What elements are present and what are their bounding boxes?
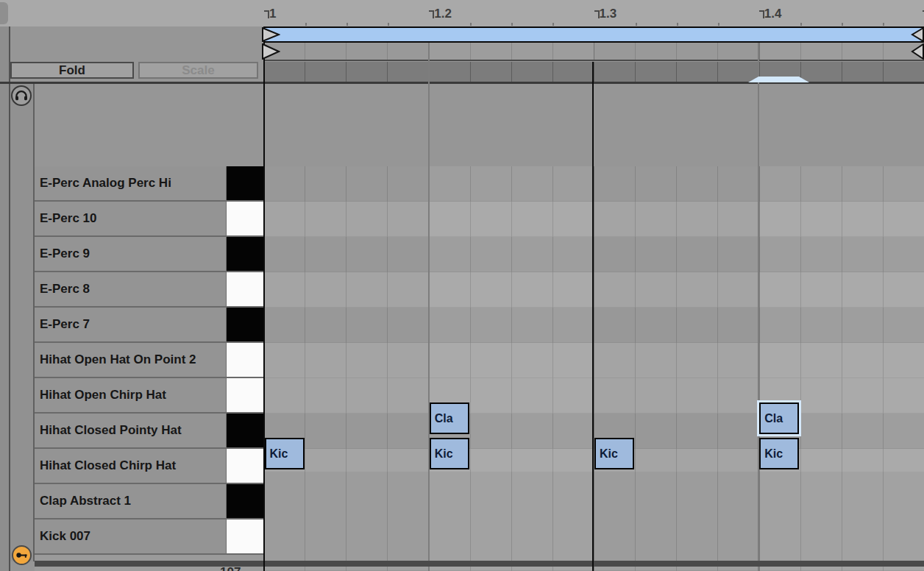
ruler-sixteenth-tick xyxy=(842,23,843,26)
piano-key-cell[interactable] xyxy=(226,272,264,308)
key-scale-button[interactable] xyxy=(12,545,32,565)
grid-cell xyxy=(842,202,883,237)
grid-empty-area[interactable] xyxy=(264,472,924,561)
track-row[interactable]: E-Perc Analog Perc Hi xyxy=(35,166,924,202)
grid-cell xyxy=(264,237,305,272)
piano-key-cell[interactable] xyxy=(226,484,264,519)
grid-cell xyxy=(842,237,883,272)
piano-key-cell[interactable] xyxy=(226,343,264,378)
track-row-label[interactable]: Hihat Open Hat On Point 2 xyxy=(35,343,226,378)
track-row[interactable]: Hihat Open Hat On Point 2 xyxy=(35,343,924,378)
grid-cell xyxy=(429,343,470,378)
grid-cell xyxy=(842,62,883,82)
track-row-label[interactable]: E-Perc 9 xyxy=(35,237,226,272)
loop-end-marker[interactable] xyxy=(911,27,924,42)
track-row[interactable]: E-Perc 7 xyxy=(35,308,924,343)
piano-key-cell[interactable] xyxy=(226,202,264,237)
marker-lane[interactable] xyxy=(264,43,924,61)
grid-cell xyxy=(346,343,387,378)
grid-cell xyxy=(470,62,511,82)
grid-row[interactable] xyxy=(264,237,924,272)
scale-button[interactable]: Scale xyxy=(138,62,258,79)
grid-cell xyxy=(883,378,924,414)
track-row[interactable]: E-Perc 10 xyxy=(35,202,924,237)
grid-cell xyxy=(883,308,924,343)
grid-cell xyxy=(470,472,511,561)
piano-key-cell[interactable] xyxy=(226,449,264,484)
grid-row[interactable] xyxy=(264,166,924,202)
grid-cell xyxy=(594,308,635,343)
grid-cell xyxy=(511,414,552,449)
grid-cell xyxy=(552,414,594,449)
track-row-label[interactable]: Hihat Open Chirp Hat xyxy=(35,378,226,414)
grid-row[interactable] xyxy=(264,272,924,308)
grid-cell xyxy=(759,166,800,202)
grid-cell xyxy=(511,43,552,60)
loop-bar[interactable] xyxy=(264,26,924,43)
track-row-label[interactable]: E-Perc Analog Perc Hi xyxy=(35,166,226,202)
midi-note[interactable]: Kic xyxy=(430,438,469,469)
midi-note[interactable]: Cla xyxy=(430,402,469,434)
scrub-area[interactable] xyxy=(264,62,924,82)
beat-ruler[interactable]: 11.21.31.4 xyxy=(0,0,924,26)
grid-row[interactable] xyxy=(264,202,924,237)
beat-line xyxy=(758,43,759,571)
track-row-label[interactable]: E-Perc 8 xyxy=(35,272,226,308)
track-row-label[interactable]: Hihat Closed Pointy Hat xyxy=(35,414,226,449)
grid-cell xyxy=(305,308,346,343)
velocity-lane-divider[interactable] xyxy=(35,561,924,567)
grid-cell xyxy=(800,567,842,571)
track-row-label[interactable]: Clap Abstract 1 xyxy=(35,484,226,519)
grid-cell xyxy=(594,43,635,60)
grid-cell xyxy=(883,237,924,272)
track-row[interactable]: E-Perc 8 xyxy=(35,272,924,308)
grid-row[interactable] xyxy=(264,308,924,343)
grid-cell xyxy=(594,343,635,378)
grid-cell xyxy=(759,272,800,308)
loop-start-marker[interactable] xyxy=(262,27,280,42)
midi-note[interactable]: Kic xyxy=(759,438,799,469)
grid-cell xyxy=(305,414,346,449)
grid-cell xyxy=(429,166,470,202)
grid-cell xyxy=(717,43,758,60)
grid-cell xyxy=(842,272,883,308)
grid-row[interactable] xyxy=(264,343,924,378)
track-row[interactable]: E-Perc 9 xyxy=(35,237,924,272)
grid-cell xyxy=(305,62,346,82)
piano-key-cell[interactable] xyxy=(226,414,264,449)
midi-note[interactable]: Cla xyxy=(759,402,799,434)
fold-button[interactable]: Fold xyxy=(10,62,134,79)
ruler-sixteenth-tick xyxy=(883,23,884,26)
piano-key-cell[interactable] xyxy=(226,519,264,555)
grid-cell xyxy=(717,378,758,414)
midi-note[interactable]: Kic xyxy=(594,438,634,469)
track-row-label[interactable]: Hihat Closed Chirp Hat xyxy=(35,449,226,484)
grid-cell xyxy=(470,166,511,202)
grid-cell xyxy=(842,414,883,449)
midi-note[interactable]: Kic xyxy=(265,438,305,469)
grid-cell xyxy=(594,62,635,82)
start-marker[interactable] xyxy=(262,43,280,60)
velocity-lane-grid[interactable] xyxy=(264,567,924,571)
piano-key-cell[interactable] xyxy=(226,308,264,343)
grid-cell xyxy=(676,472,717,561)
track-row-label[interactable]: E-Perc 10 xyxy=(35,202,226,237)
end-marker[interactable] xyxy=(911,43,924,60)
piano-key-cell[interactable] xyxy=(226,378,264,414)
grid-cell xyxy=(470,272,511,308)
piano-key-cell[interactable] xyxy=(226,237,264,272)
piano-key-cell[interactable] xyxy=(226,166,264,202)
preview-button[interactable] xyxy=(11,85,32,106)
ruler-sixteenth-tick xyxy=(718,23,719,26)
grid-cell xyxy=(635,343,676,378)
ruler-sixteenth-tick xyxy=(552,23,554,26)
grid-cell xyxy=(264,378,305,414)
track-row-label[interactable]: Kick 007 xyxy=(35,519,226,555)
grid-cell xyxy=(387,343,428,378)
track-panel-border xyxy=(33,82,35,561)
grid-cell xyxy=(511,308,552,343)
grid-cell xyxy=(676,166,717,202)
track-row-label[interactable]: E-Perc 7 xyxy=(35,308,226,343)
grid-row[interactable] xyxy=(264,378,924,414)
grid-cell xyxy=(387,472,428,561)
